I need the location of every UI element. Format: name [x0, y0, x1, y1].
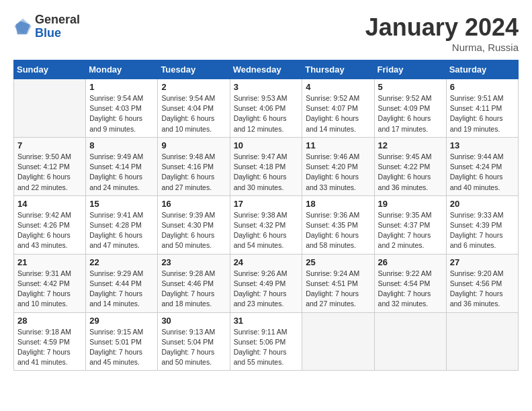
day-info: Sunrise: 9:28 AMSunset: 4:46 PMDaylight:…	[161, 269, 226, 310]
day-number: 25	[306, 257, 370, 267]
calendar-cell	[302, 312, 374, 371]
day-info: Sunrise: 9:18 AMSunset: 4:59 PMDaylight:…	[17, 327, 82, 368]
day-number: 23	[161, 257, 226, 267]
day-number: 6	[450, 82, 515, 92]
calendar-cell: 24Sunrise: 9:26 AMSunset: 4:49 PMDayligh…	[230, 254, 302, 312]
day-info: Sunrise: 9:44 AMSunset: 4:24 PMDaylight:…	[450, 152, 515, 193]
calendar-week-row: 7Sunrise: 9:50 AMSunset: 4:12 PMDaylight…	[14, 137, 519, 195]
day-number: 27	[450, 257, 515, 267]
day-info: Sunrise: 9:45 AMSunset: 4:22 PMDaylight:…	[378, 152, 443, 193]
calendar-cell: 15Sunrise: 9:41 AMSunset: 4:28 PMDayligh…	[86, 195, 158, 254]
column-header-sunday: Sunday	[14, 60, 86, 79]
title-area: January 2024 Nurma, Russia	[365, 13, 519, 53]
page-header: General Blue January 2024 Nurma, Russia	[13, 13, 519, 53]
calendar-cell	[374, 312, 446, 371]
day-info: Sunrise: 9:39 AMSunset: 4:30 PMDaylight:…	[161, 210, 226, 251]
day-info: Sunrise: 9:24 AMSunset: 4:51 PMDaylight:…	[306, 269, 370, 310]
day-info: Sunrise: 9:41 AMSunset: 4:28 PMDaylight:…	[89, 210, 154, 251]
day-number: 7	[17, 140, 82, 150]
calendar-cell: 27Sunrise: 9:20 AMSunset: 4:56 PMDayligh…	[446, 254, 518, 312]
column-header-saturday: Saturday	[446, 60, 518, 79]
day-info: Sunrise: 9:51 AMSunset: 4:11 PMDaylight:…	[450, 93, 515, 134]
calendar-cell: 11Sunrise: 9:46 AMSunset: 4:20 PMDayligh…	[302, 137, 374, 195]
calendar-cell: 22Sunrise: 9:29 AMSunset: 4:44 PMDayligh…	[86, 254, 158, 312]
calendar-cell: 9Sunrise: 9:48 AMSunset: 4:16 PMDaylight…	[158, 137, 230, 195]
day-info: Sunrise: 9:46 AMSunset: 4:20 PMDaylight:…	[306, 152, 370, 193]
calendar-cell	[14, 79, 86, 138]
day-number: 24	[234, 257, 299, 267]
column-header-thursday: Thursday	[302, 60, 374, 79]
column-header-wednesday: Wednesday	[230, 60, 302, 79]
day-number: 4	[306, 82, 370, 92]
day-number: 13	[450, 140, 515, 150]
column-header-tuesday: Tuesday	[158, 60, 230, 79]
day-info: Sunrise: 9:48 AMSunset: 4:16 PMDaylight:…	[161, 152, 226, 193]
logo: General Blue	[13, 13, 80, 40]
calendar-week-row: 21Sunrise: 9:31 AMSunset: 4:42 PMDayligh…	[14, 254, 519, 312]
day-info: Sunrise: 9:26 AMSunset: 4:49 PMDaylight:…	[234, 269, 299, 310]
day-info: Sunrise: 9:47 AMSunset: 4:18 PMDaylight:…	[234, 152, 299, 193]
day-number: 14	[17, 199, 82, 209]
day-info: Sunrise: 9:54 AMSunset: 4:03 PMDaylight:…	[89, 93, 154, 134]
day-info: Sunrise: 9:22 AMSunset: 4:54 PMDaylight:…	[378, 269, 443, 310]
day-number: 16	[161, 199, 226, 209]
day-info: Sunrise: 9:15 AMSunset: 5:01 PMDaylight:…	[89, 327, 154, 368]
calendar-cell: 20Sunrise: 9:33 AMSunset: 4:39 PMDayligh…	[446, 195, 518, 254]
calendar-header-row: SundayMondayTuesdayWednesdayThursdayFrid…	[14, 60, 519, 79]
day-info: Sunrise: 9:29 AMSunset: 4:44 PMDaylight:…	[89, 269, 154, 310]
day-number: 21	[17, 257, 82, 267]
day-number: 1	[89, 82, 154, 92]
day-info: Sunrise: 9:11 AMSunset: 5:06 PMDaylight:…	[234, 327, 299, 368]
column-header-monday: Monday	[86, 60, 158, 79]
day-info: Sunrise: 9:20 AMSunset: 4:56 PMDaylight:…	[450, 269, 515, 310]
calendar-cell: 6Sunrise: 9:51 AMSunset: 4:11 PMDaylight…	[446, 79, 518, 138]
column-header-friday: Friday	[374, 60, 446, 79]
calendar-cell: 28Sunrise: 9:18 AMSunset: 4:59 PMDayligh…	[14, 312, 86, 371]
day-number: 8	[89, 140, 154, 150]
calendar-table: SundayMondayTuesdayWednesdayThursdayFrid…	[13, 60, 519, 371]
day-number: 17	[234, 199, 299, 209]
calendar-cell: 25Sunrise: 9:24 AMSunset: 4:51 PMDayligh…	[302, 254, 374, 312]
location: Nurma, Russia	[365, 42, 519, 53]
day-number: 2	[161, 82, 226, 92]
calendar-week-row: 1Sunrise: 9:54 AMSunset: 4:03 PMDaylight…	[14, 79, 519, 138]
calendar-cell: 21Sunrise: 9:31 AMSunset: 4:42 PMDayligh…	[14, 254, 86, 312]
calendar-cell: 14Sunrise: 9:42 AMSunset: 4:26 PMDayligh…	[14, 195, 86, 254]
calendar-cell: 30Sunrise: 9:13 AMSunset: 5:04 PMDayligh…	[158, 312, 230, 371]
day-number: 26	[378, 257, 443, 267]
calendar-cell: 23Sunrise: 9:28 AMSunset: 4:46 PMDayligh…	[158, 254, 230, 312]
day-info: Sunrise: 9:52 AMSunset: 4:09 PMDaylight:…	[378, 93, 443, 134]
calendar-cell: 10Sunrise: 9:47 AMSunset: 4:18 PMDayligh…	[230, 137, 302, 195]
calendar-cell: 1Sunrise: 9:54 AMSunset: 4:03 PMDaylight…	[86, 79, 158, 138]
day-info: Sunrise: 9:38 AMSunset: 4:32 PMDaylight:…	[234, 210, 299, 251]
logo-blue: Blue	[35, 27, 80, 40]
logo-general: General	[35, 13, 80, 27]
day-number: 3	[234, 82, 299, 92]
calendar-cell: 12Sunrise: 9:45 AMSunset: 4:22 PMDayligh…	[374, 137, 446, 195]
day-number: 15	[89, 199, 154, 209]
day-info: Sunrise: 9:42 AMSunset: 4:26 PMDaylight:…	[17, 210, 82, 251]
day-number: 22	[89, 257, 154, 267]
calendar-cell: 18Sunrise: 9:36 AMSunset: 4:35 PMDayligh…	[302, 195, 374, 254]
calendar-cell: 16Sunrise: 9:39 AMSunset: 4:30 PMDayligh…	[158, 195, 230, 254]
day-number: 19	[378, 199, 443, 209]
day-number: 9	[161, 140, 226, 150]
calendar-cell	[446, 312, 518, 371]
calendar-cell: 8Sunrise: 9:49 AMSunset: 4:14 PMDaylight…	[86, 137, 158, 195]
calendar-week-row: 14Sunrise: 9:42 AMSunset: 4:26 PMDayligh…	[14, 195, 519, 254]
calendar-cell: 7Sunrise: 9:50 AMSunset: 4:12 PMDaylight…	[14, 137, 86, 195]
calendar-cell: 5Sunrise: 9:52 AMSunset: 4:09 PMDaylight…	[374, 79, 446, 138]
calendar-cell: 26Sunrise: 9:22 AMSunset: 4:54 PMDayligh…	[374, 254, 446, 312]
day-number: 11	[306, 140, 370, 150]
calendar-cell: 4Sunrise: 9:52 AMSunset: 4:07 PMDaylight…	[302, 79, 374, 138]
day-number: 5	[378, 82, 443, 92]
day-info: Sunrise: 9:35 AMSunset: 4:37 PMDaylight:…	[378, 210, 443, 251]
day-number: 30	[161, 316, 226, 326]
day-number: 10	[234, 140, 299, 150]
day-number: 18	[306, 199, 370, 209]
month-title: January 2024	[365, 13, 519, 42]
day-info: Sunrise: 9:33 AMSunset: 4:39 PMDaylight:…	[450, 210, 515, 251]
day-number: 28	[17, 316, 82, 326]
calendar-cell: 31Sunrise: 9:11 AMSunset: 5:06 PMDayligh…	[230, 312, 302, 371]
calendar-cell: 19Sunrise: 9:35 AMSunset: 4:37 PMDayligh…	[374, 195, 446, 254]
